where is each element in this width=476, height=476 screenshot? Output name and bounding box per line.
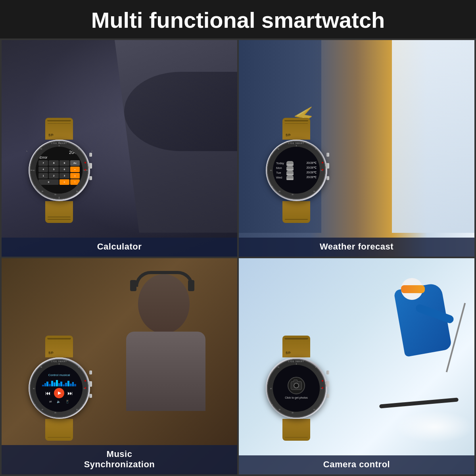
weather-row-tue: Tue 20/28℃ — [276, 171, 317, 175]
weather-band-top: SP — [282, 118, 310, 140]
music-watch: SP LIGE SMART ▼ 55 45 30 35 25 10 — [19, 336, 99, 447]
camera-icon-ring — [288, 377, 305, 394]
weather-watch-container: SP LIGE SMART ▼ 55 45 30 35 25 10 — [251, 112, 342, 235]
next-icon[interactable]: ⏭ — [67, 390, 73, 396]
calculator-cell: SP LIGE SMART — [2, 40, 237, 257]
calc-button-grid: 7 8 9 Ac 4 5 6 ÷ 1 2 — [38, 160, 80, 185]
play-button[interactable]: ▶ — [54, 388, 64, 398]
camera-label: Camera control — [239, 455, 474, 474]
calc-btn-4: 4 — [38, 167, 48, 172]
camera-lens-icon — [294, 383, 299, 388]
camera-brand-text: LIGE SMART — [288, 360, 304, 363]
camera-band-top: SP — [282, 336, 310, 357]
calc-btn-0: 0 — [38, 179, 59, 185]
weather-brand-text: LIGE SMART — [288, 142, 304, 144]
weather-content: Today 20/28℃ Mon 20/28℃ — [273, 147, 320, 194]
calculator-label: Calculator — [2, 238, 237, 257]
calc-btn-1: 1 — [38, 173, 48, 178]
music-watch-case: LIGE SMART ▼ 55 45 30 35 25 10 5 15 0 40 — [29, 357, 90, 419]
music-watch-container: SP LIGE SMART ▼ 55 45 30 35 25 10 — [13, 330, 105, 453]
calc-brand-text: LIGE SMART — [51, 142, 67, 144]
camera-content: Click to get photos — [273, 365, 320, 412]
music-title-text: Control musical — [48, 373, 70, 377]
music-brand-text: LIGE SMART — [51, 360, 67, 363]
skier-area — [344, 278, 463, 405]
music-content: Control musical — [36, 365, 83, 412]
weather-cell: ⚡ SP LIGE SMART ▼ 55 — [239, 40, 474, 257]
calc-error: Error — [40, 155, 79, 159]
page-header: Multi functional smartwatch — [0, 0, 476, 38]
camera-cell: SP LIGE SMART ▼ 55 45 30 35 25 10 — [239, 258, 474, 475]
camera-prompt-text: Click to get photos — [285, 396, 308, 399]
calc-btn-6: 6 — [60, 167, 69, 172]
calc-btn-divide: ÷ — [70, 167, 80, 172]
weather-row-today: Today 20/28℃ — [276, 161, 317, 165]
music-controls: ⏮ ▶ ⏭ — [45, 388, 73, 398]
music-screen: Control musical — [36, 365, 83, 412]
weather-row-mon: Mon 20/28℃ — [276, 166, 317, 170]
calc-screen: 2048 Error 7 8 9 Ac 4 5 — [36, 147, 83, 194]
calc-btn-8: 8 — [49, 160, 59, 166]
snow-scene — [392, 40, 474, 233]
camera-watch-case: LIGE SMART ▼ 55 45 30 35 25 10 5 15 0 40 — [266, 357, 327, 419]
calc-watch: SP LIGE SMART — [19, 118, 99, 229]
calc-btn-plus: + — [70, 173, 80, 178]
weather-watch-case: LIGE SMART ▼ 55 45 30 35 25 10 5 15 0 40 — [266, 140, 327, 201]
feature-grid: SP LIGE SMART — [0, 38, 476, 476]
music-bottom-controls: ⇌ 🔈 📱 — [49, 400, 69, 403]
weather-screen: Today 20/28℃ Mon 20/28℃ — [273, 147, 320, 194]
weather-bezel: LIGE SMART ▼ 55 45 30 35 25 10 5 15 0 40 — [267, 141, 326, 200]
calc-btn-7: 7 — [38, 160, 48, 166]
snow-spray — [395, 411, 474, 443]
calc-btn-9: 9 — [60, 160, 69, 166]
calc-bezel: LIGE SMART ▼ — [30, 141, 88, 200]
music-cell: SP LIGE SMART ▼ 55 45 30 35 25 10 — [2, 258, 237, 475]
music-band-top: SP — [45, 336, 73, 357]
camera-body-icon — [291, 381, 302, 390]
weather-row-wed: Wed 20/28℃ — [276, 175, 317, 179]
music-label: Music Synchronization — [2, 445, 237, 474]
calc-btn-ac: Ac — [70, 160, 80, 166]
calc-btn-5: 5 — [49, 167, 59, 172]
weather-band-bottom — [282, 201, 310, 223]
weather-watch: SP LIGE SMART ▼ 55 45 30 35 25 10 — [257, 118, 336, 229]
music-bezel: LIGE SMART ▼ 55 45 30 35 25 10 5 15 0 40 — [30, 359, 88, 418]
weather-label: Weather forecast — [239, 238, 474, 257]
calc-watch-container: SP LIGE SMART — [13, 112, 105, 235]
calc-band-bottom — [45, 201, 73, 223]
camera-watch-container: SP LIGE SMART ▼ 55 45 30 35 25 10 — [251, 330, 342, 453]
prev-icon[interactable]: ⏮ — [45, 390, 51, 396]
calc-band-top: SP — [45, 118, 73, 140]
page-container: Multi functional smartwatch SP — [0, 0, 476, 476]
music-band-bottom — [45, 419, 73, 441]
shuffle-icon[interactable]: ⇌ — [49, 400, 52, 403]
calc-watch-case: LIGE SMART ▼ — [29, 140, 90, 201]
camera-bezel: LIGE SMART ▼ 55 45 30 35 25 10 5 15 0 40 — [267, 359, 326, 418]
page-title: Multi functional smartwatch — [0, 7, 476, 33]
camera-watch: SP LIGE SMART ▼ 55 45 30 35 25 10 — [257, 336, 336, 447]
phone-icon[interactable]: 📱 — [65, 400, 69, 403]
music-visualizer — [42, 379, 77, 386]
calc-btn-2: 2 — [49, 173, 59, 178]
camera-screen-display: Click to get photos — [273, 365, 320, 412]
calc-btn-equals: = — [60, 179, 69, 185]
person-area — [94, 258, 213, 451]
camera-band-bottom — [282, 419, 310, 441]
calc-btn-3: 3 — [60, 173, 69, 178]
arm-shape — [124, 72, 237, 151]
volume-icon[interactable]: 🔈 — [57, 400, 61, 403]
